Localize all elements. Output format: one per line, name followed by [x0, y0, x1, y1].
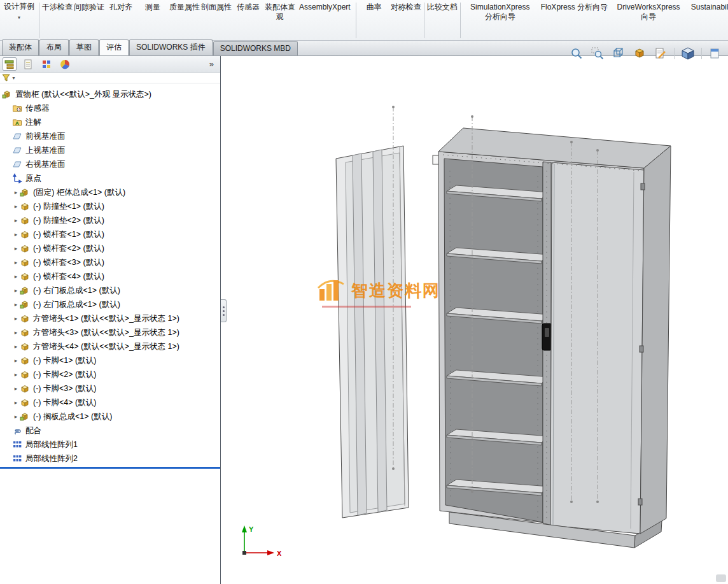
expand-arrow-icon[interactable]: ▸ — [12, 343, 20, 350]
tree-item[interactable]: ▸(-) 卡脚<4> (默认) — [2, 395, 220, 410]
commandmanager-tab[interactable]: 草图 — [69, 39, 99, 55]
apply-scene-icon[interactable] — [653, 46, 668, 61]
tree-item[interactable]: 置物柜 (默认<<默认>_外观 显示状态>) — [2, 87, 220, 101]
tree-item[interactable]: ▸(-) 右门板总成<1> (默认) — [2, 283, 220, 297]
ribbon-button[interactable]: 比较文档 — [426, 2, 458, 13]
tree-item[interactable]: 局部线性阵列2 — [2, 452, 220, 466]
tree-item[interactable]: ▸(-) 左门板总成<1> (默认) — [2, 297, 220, 311]
ribbon-button[interactable]: 对称检查 — [390, 2, 422, 13]
ribbon-button[interactable]: SimulationXpress 分析向导 — [463, 2, 538, 22]
tree-item[interactable]: ▸(-) 卡脚<3> (默认) — [2, 381, 220, 395]
part-icon — [20, 313, 31, 324]
cabinet-model[interactable] — [221, 56, 728, 584]
displaymanager-tab-icon[interactable] — [58, 57, 72, 71]
commandmanager-tab[interactable]: SOLIDWORKS 插件 — [129, 39, 213, 55]
origin-triad: Y X — [225, 522, 295, 567]
tree-item-label: (-) 锁杆套<4> (默认) — [33, 271, 104, 282]
tree-item[interactable]: ▸方管堵头<1> (默认<<默认>_显示状态 1>) — [2, 311, 220, 325]
tree-item[interactable]: 上视基准面 — [2, 143, 220, 157]
tree-item[interactable]: ▸(-) 锁杆套<3> (默认) — [2, 255, 220, 269]
tree-item[interactable]: ▸(-) 搁板总成<1> (默认) — [2, 410, 220, 424]
expand-arrow-icon[interactable]: ▸ — [12, 413, 20, 420]
view-orientation-icon[interactable] — [611, 46, 626, 61]
expand-arrow-icon[interactable]: ▸ — [12, 399, 20, 406]
expand-arrow-icon[interactable]: ▸ — [12, 231, 20, 238]
tree-item[interactable]: 传感器 — [2, 101, 220, 115]
tree-item[interactable]: ▸(-) 锁杆套<2> (默认) — [2, 241, 220, 255]
solidworks-window: 设计算例 ▼ 干涉检查间隙验证孔对齐测量质量属性剖面属性传感器装配体直观Asse… — [0, 0, 728, 584]
ribbon-button[interactable]: 干涉检查 — [41, 2, 73, 13]
ribbon-button[interactable]: Sustainability — [686, 2, 728, 13]
tree-item[interactable]: ▸方管堵头<3> (默认<<默认>_显示状态 1>) — [2, 325, 220, 339]
tree-item[interactable]: 前视基准面 — [2, 129, 220, 143]
ribbon-button[interactable]: 间隙验证 — [73, 2, 105, 13]
commandmanager-tab[interactable]: SOLIDWORKS MBD — [213, 41, 298, 55]
ribbon-button[interactable]: 传感器 — [232, 2, 264, 13]
graphics-viewport[interactable]: 智造资料网 Y X — [221, 56, 728, 584]
ribbon-button-label: SimulationXpress 分析向导 — [470, 3, 529, 21]
filter-dropdown-icon[interactable]: ▼ — [11, 76, 16, 80]
resize-grip[interactable] — [716, 574, 726, 582]
configurationmanager-tab-icon[interactable] — [39, 57, 53, 71]
expand-arrow-icon[interactable]: ▸ — [12, 217, 20, 224]
tree-item[interactable]: A注解 — [2, 115, 220, 129]
commandmanager-tab[interactable]: 布局 — [39, 39, 69, 55]
tree-item[interactable]: ▸(-) 锁杆套<4> (默认) — [2, 269, 220, 283]
expand-arrow-icon[interactable]: ▸ — [12, 315, 20, 322]
ribbon-button[interactable]: AssemblyXpert — [296, 2, 354, 13]
section-view-icon[interactable] — [632, 46, 647, 61]
expand-arrow-icon[interactable]: ▸ — [12, 245, 20, 252]
ribbon-button[interactable]: 测量 — [137, 2, 169, 13]
ribbon-button[interactable]: 曲率 — [358, 2, 390, 13]
ribbon-button[interactable]: DriveWorksXpress 向导 — [611, 2, 686, 22]
zoom-area-icon[interactable] — [590, 46, 605, 61]
task-pane-icon[interactable] — [708, 46, 723, 61]
tree-filter-row[interactable]: ▼ — [0, 73, 220, 83]
tree-item[interactable]: 局部线性阵列1 — [2, 438, 220, 452]
tree-item-label: (-) 右门板总成<1> (默认) — [33, 285, 120, 296]
ribbon-button[interactable]: FloXpress 分析向导 — [538, 2, 611, 13]
ribbon-button[interactable]: 装配体直观 — [264, 2, 296, 22]
ribbon-button[interactable]: 孔对齐 — [105, 2, 137, 13]
ribbon-button[interactable]: 质量属性 — [169, 2, 200, 13]
expand-arrow-icon[interactable]: ▸ — [12, 203, 20, 210]
dropdown-arrow-icon[interactable]: ▼ — [1, 13, 37, 22]
tree-item[interactable]: ▸(固定) 柜体总成<1> (默认) — [2, 185, 220, 199]
propertymanager-tab-icon[interactable] — [21, 57, 35, 71]
tree-item[interactable]: ▸(-) 卡脚<1> (默认) — [2, 353, 220, 367]
y-axis-label: Y — [249, 525, 254, 533]
ribbon-button-label: 孔对齐 — [109, 3, 132, 11]
expand-arrow-icon[interactable]: ▸ — [12, 357, 20, 364]
tree-item[interactable]: 配合 — [2, 424, 220, 438]
expand-arrow-icon[interactable]: ▸ — [12, 287, 20, 294]
zoom-fit-icon[interactable] — [569, 46, 584, 61]
rollback-bar[interactable] — [0, 467, 220, 469]
featuremanager-tab-icon[interactable] — [3, 57, 17, 71]
toolbar-separator — [701, 48, 702, 59]
tree-item-label: (-) 左门板总成<1> (默认) — [33, 299, 120, 310]
design-study-button[interactable]: 设计算例 ▼ — [1, 2, 37, 22]
expand-arrow-icon[interactable]: ▸ — [12, 273, 20, 280]
expand-arrow-icon[interactable]: ▸ — [12, 189, 20, 196]
expand-arrow-icon[interactable]: ▸ — [12, 329, 20, 336]
expand-arrow-icon[interactable]: ▸ — [12, 371, 20, 378]
expand-arrow-icon[interactable]: ▸ — [12, 301, 20, 308]
tree-item-label: (-) 卡脚<3> (默认) — [33, 383, 96, 394]
expand-arrow-icon[interactable]: ▸ — [12, 259, 20, 266]
tree-item[interactable]: 右视基准面 — [2, 157, 220, 171]
tree-item[interactable]: ▸(-) 防撞垫<2> (默认) — [2, 213, 220, 227]
tree-item[interactable]: ▸方管堵头<4> (默认<<默认>_显示状态 1>) — [2, 339, 220, 353]
view-cube-icon[interactable] — [680, 46, 696, 61]
commandmanager-tab[interactable]: 装配体 — [2, 39, 39, 55]
expand-arrow-icon[interactable]: ▸ — [12, 385, 20, 392]
tree-item[interactable]: 原点 — [2, 171, 220, 185]
panel-overflow-chevron-icon[interactable]: » — [209, 59, 218, 69]
panel-collapse-handle[interactable] — [221, 299, 227, 322]
tree-item-label: 配合 — [25, 425, 41, 436]
pattern-icon — [12, 453, 23, 464]
tree-item[interactable]: ▸(-) 防撞垫<1> (默认) — [2, 199, 220, 213]
ribbon-button[interactable]: 剖面属性 — [200, 2, 232, 13]
tree-item[interactable]: ▸(-) 卡脚<2> (默认) — [2, 367, 220, 381]
tree-item[interactable]: ▸(-) 锁杆套<1> (默认) — [2, 227, 220, 241]
commandmanager-tab[interactable]: 评估 — [99, 39, 129, 55]
